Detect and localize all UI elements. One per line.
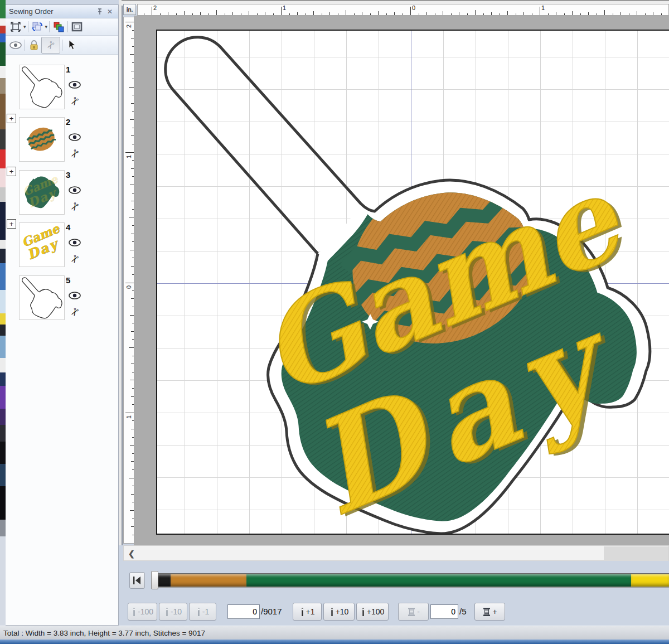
- color-blocks-icon[interactable]: [51, 20, 66, 33]
- eye-icon[interactable]: [68, 238, 81, 248]
- eye-toolbar-icon[interactable]: [8, 38, 23, 52]
- go-to-start-button[interactable]: [129, 572, 145, 589]
- sewing-item-4: + 4 ✂: [6, 222, 118, 275]
- sewing-item-1-thumbnail[interactable]: [19, 65, 65, 109]
- vertical-ruler: 21012: [123, 17, 134, 544]
- ruler-number: 2: [125, 25, 132, 28]
- sewing-item-number: 5: [66, 275, 70, 285]
- fit-view-dropdown-icon[interactable]: ▾: [23, 24, 26, 30]
- eye-icon[interactable]: [68, 80, 81, 90]
- scroll-left-icon[interactable]: ❮: [128, 549, 135, 558]
- status-bar: Total : Width = 3.83 inch, Height = 3.77…: [0, 626, 669, 640]
- stitchbar-handle[interactable]: [151, 571, 158, 589]
- hoop-icon[interactable]: [70, 20, 84, 33]
- sewing-item-3-thumbnail[interactable]: [19, 170, 65, 215]
- expand-plus-icon[interactable]: +: [7, 219, 16, 229]
- next-color-button[interactable]: +: [474, 603, 505, 621]
- fit-view-icon[interactable]: [8, 20, 23, 33]
- panel-splitter[interactable]: [119, 0, 123, 545]
- eye-icon[interactable]: [68, 186, 81, 196]
- taskbar-edge: [0, 640, 669, 644]
- panel-toolbar-top: ▾ ▾: [6, 18, 118, 36]
- horizontal-scrollbar[interactable]: ❮: [123, 545, 669, 561]
- expand-plus-icon[interactable]: +: [7, 114, 16, 123]
- embroidery-design: [157, 31, 669, 534]
- ruler-number: 0: [125, 285, 132, 289]
- sewing-item-3: + 3 ✂: [6, 170, 118, 222]
- change-order-dropdown-icon[interactable]: ▾: [45, 24, 48, 30]
- scrollbar-thumb[interactable]: [604, 546, 668, 560]
- cursor-arrow-icon[interactable]: [64, 38, 79, 52]
- horizontal-ruler: 21012: [137, 4, 669, 16]
- workspace: [134, 16, 669, 545]
- current-color-input[interactable]: [430, 604, 458, 619]
- panel-titlebar: Sewing Order ✕: [6, 5, 118, 18]
- sewing-item-5-thumbnail[interactable]: [19, 275, 65, 320]
- stitch-color-segment[interactable]: [631, 574, 669, 587]
- close-icon[interactable]: ✕: [105, 7, 115, 16]
- cut-connection-icon[interactable]: ✂: [41, 37, 60, 54]
- stitch-color-segment[interactable]: [171, 574, 246, 587]
- panel-toolbar-bottom: ✂: [6, 36, 118, 55]
- back-10-button[interactable]: -10: [159, 603, 187, 621]
- sewing-item-4-thumbnail[interactable]: [19, 222, 65, 267]
- pin-icon[interactable]: [95, 7, 105, 16]
- sewing-item-number: 2: [66, 117, 70, 127]
- back-100-button[interactable]: -100: [128, 603, 157, 621]
- stitch-total-label: /9017: [261, 607, 282, 616]
- ruler-number: 1: [283, 4, 286, 11]
- panel-title: Sewing Order: [9, 7, 95, 16]
- ruler-number: 1: [125, 415, 132, 419]
- scissors-icon[interactable]: ✂: [66, 198, 84, 216]
- scissors-icon[interactable]: ✂: [66, 93, 84, 111]
- sewing-order-list: 1 ✂ + 2 ✂ + 3: [6, 55, 118, 625]
- design-canvas[interactable]: [156, 30, 669, 535]
- ruler-unit-box[interactable]: in.: [123, 4, 136, 15]
- previous-color-button[interactable]: -: [398, 603, 429, 621]
- ruler-number: 1: [125, 155, 132, 158]
- stitch-color-bar[interactable]: [158, 573, 669, 588]
- expand-plus-icon[interactable]: +: [7, 167, 16, 176]
- stitch-color-segment[interactable]: [246, 574, 632, 587]
- sewing-item-5: 5 ✂: [6, 275, 118, 328]
- forward-1-button[interactable]: +1: [293, 603, 322, 621]
- lock-icon[interactable]: [27, 38, 41, 52]
- sewing-item-1: 1 ✂: [6, 65, 118, 117]
- sewing-order-panel: Sewing Order ✕ ▾ ▾ ✂: [6, 4, 119, 626]
- current-stitch-input[interactable]: [227, 604, 260, 619]
- sewing-item-2: + 2 ✂: [6, 117, 118, 170]
- color-total-label: /5: [459, 607, 467, 616]
- sewing-item-number: 3: [66, 170, 70, 180]
- scissors-icon[interactable]: ✂: [66, 303, 84, 322]
- forward-10-button[interactable]: +10: [323, 603, 355, 621]
- desktop-edge-strip: [0, 0, 6, 626]
- status-text: Total : Width = 3.83 inch, Height = 3.77…: [3, 629, 205, 637]
- eye-icon[interactable]: [68, 133, 81, 143]
- scissors-icon[interactable]: ✂: [66, 145, 84, 163]
- forward-100-button[interactable]: +100: [356, 603, 389, 621]
- ruler-number: 1: [541, 4, 545, 11]
- ruler-number: 0: [412, 4, 415, 11]
- sewing-item-number: 4: [66, 222, 70, 232]
- ruler-number: 2: [153, 4, 157, 11]
- sewing-item-number: 1: [66, 65, 70, 74]
- stitch-color-segment[interactable]: [158, 574, 171, 587]
- sewing-item-2-thumbnail[interactable]: [19, 117, 65, 162]
- eye-icon[interactable]: [68, 291, 81, 301]
- change-order-icon[interactable]: [30, 20, 45, 33]
- scissors-icon[interactable]: ✂: [66, 250, 84, 269]
- back-1-button[interactable]: -1: [189, 603, 216, 621]
